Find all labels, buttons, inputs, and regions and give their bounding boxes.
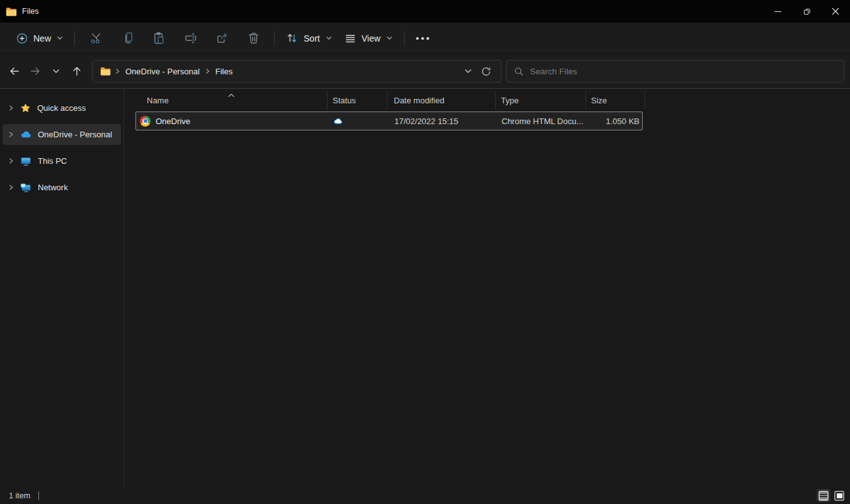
toolbar-separator <box>274 31 275 46</box>
statusbar-divider <box>38 491 39 500</box>
chevron-right-icon <box>8 105 14 112</box>
column-header-date-modified[interactable]: Date modified <box>388 91 496 110</box>
breadcrumb-onedrive-personal[interactable]: OneDrive - Personal <box>124 64 201 79</box>
file-status-cell <box>328 117 388 125</box>
sidebar-item-label: Quick access <box>37 103 86 113</box>
ellipsis-icon: ••• <box>416 33 432 43</box>
toolbar-separator <box>74 31 75 46</box>
file-size: 1.050 KB <box>587 117 643 126</box>
details-view-icon <box>818 491 829 501</box>
navigation-pane: Quick access OneDrive - Personal This PC <box>0 89 124 487</box>
chevron-down-icon <box>52 69 60 74</box>
folder-icon <box>6 7 17 16</box>
paste-button[interactable] <box>146 26 172 50</box>
search-input[interactable] <box>530 67 837 76</box>
restore-button[interactable] <box>792 0 821 23</box>
copy-button[interactable] <box>114 26 141 50</box>
search-box <box>506 60 844 83</box>
sidebar-item-label: Network <box>38 183 68 192</box>
close-button[interactable] <box>821 0 850 23</box>
breadcrumb-chevron-icon <box>205 68 210 74</box>
cut-icon <box>89 32 103 45</box>
folder-icon <box>100 67 111 76</box>
forward-button[interactable] <box>25 61 45 82</box>
chevron-right-icon <box>8 184 14 191</box>
arrow-left-icon <box>8 65 21 77</box>
onedrive-cloud-icon <box>20 129 32 140</box>
new-button-label: New <box>33 33 51 43</box>
column-header-type[interactable]: Type <box>496 91 586 110</box>
minimize-icon <box>774 11 781 12</box>
sidebar-item-network[interactable]: Network <box>3 177 121 198</box>
file-row-onedrive[interactable]: OneDrive 17/02/2022 15:15 Chrome HTML Do… <box>135 112 643 130</box>
paste-icon <box>152 32 166 45</box>
address-bar: OneDrive - Personal Files <box>0 54 850 88</box>
chevron-right-icon <box>8 158 14 164</box>
breadcrumb-files[interactable]: Files <box>214 64 234 79</box>
view-icon <box>345 33 356 44</box>
minimize-button[interactable] <box>763 0 792 23</box>
details-view-toggle[interactable] <box>817 489 830 502</box>
view-button-label: View <box>362 33 381 43</box>
sort-button[interactable]: Sort <box>280 28 338 49</box>
cloud-available-online-icon <box>333 117 343 125</box>
command-bar: New <box>0 23 850 54</box>
column-header-size[interactable]: Size <box>586 91 645 110</box>
back-button[interactable] <box>4 61 25 82</box>
more-options-button[interactable]: ••• <box>410 29 438 47</box>
chevron-right-icon <box>8 131 14 138</box>
toolbar-separator <box>404 31 405 46</box>
new-button[interactable]: New <box>10 28 69 49</box>
delete-trash-icon <box>247 32 260 45</box>
chevron-down-icon <box>464 69 472 74</box>
window-controls <box>763 0 850 23</box>
file-explorer-window: Files New <box>0 0 850 504</box>
main-area: Quick access OneDrive - Personal This PC <box>0 88 850 487</box>
up-button[interactable] <box>66 61 87 82</box>
file-list-pane: Name Status Date modified Type Size OneD… <box>124 89 850 487</box>
status-bar: 1 item <box>0 487 850 504</box>
star-icon <box>20 103 31 113</box>
copy-icon <box>121 32 134 45</box>
large-icons-view-icon <box>834 491 844 501</box>
share-button[interactable] <box>209 26 235 50</box>
sidebar-item-this-pc[interactable]: This PC <box>3 151 121 171</box>
close-icon <box>832 8 839 15</box>
arrow-up-icon <box>71 65 83 77</box>
file-type: Chrome HTML Docu... <box>497 117 587 126</box>
rename-button[interactable] <box>177 26 204 50</box>
sort-button-label: Sort <box>304 33 320 43</box>
refresh-icon <box>481 66 491 77</box>
this-pc-icon <box>20 156 32 167</box>
breadcrumb-bar[interactable]: OneDrive - Personal Files <box>92 60 502 83</box>
cut-button[interactable] <box>83 26 109 50</box>
column-header-status[interactable]: Status <box>328 91 388 110</box>
view-button[interactable]: View <box>338 28 399 49</box>
column-headers: Name Status Date modified Type Size <box>124 89 850 112</box>
sort-icon <box>286 32 298 44</box>
network-icon <box>20 182 32 193</box>
share-icon <box>215 32 229 45</box>
sidebar-item-quick-access[interactable]: Quick access <box>3 98 121 118</box>
large-icons-view-toggle[interactable] <box>832 489 846 502</box>
sidebar-item-onedrive-personal[interactable]: OneDrive - Personal <box>3 124 121 145</box>
recent-locations-button[interactable] <box>45 61 66 82</box>
refresh-button[interactable] <box>477 62 495 80</box>
titlebar: Files <box>0 0 850 23</box>
breadcrumb-chevron-icon <box>115 68 120 74</box>
address-dropdown-button[interactable] <box>459 62 477 80</box>
column-header-name[interactable]: Name <box>124 91 328 110</box>
chevron-down-icon <box>326 36 332 40</box>
file-date-modified: 17/02/2022 15:15 <box>388 117 497 126</box>
search-icon <box>514 67 524 76</box>
item-count: 1 item <box>9 491 30 500</box>
file-name-cell: OneDrive <box>136 116 328 127</box>
sidebar-item-label: OneDrive - Personal <box>38 130 112 139</box>
delete-button[interactable] <box>240 26 267 50</box>
titlebar-left: Files <box>0 7 763 16</box>
chrome-icon <box>140 116 151 127</box>
chevron-down-icon <box>57 36 63 40</box>
restore-icon <box>803 8 811 16</box>
chevron-down-icon <box>386 36 393 40</box>
arrow-right-icon <box>29 65 42 77</box>
